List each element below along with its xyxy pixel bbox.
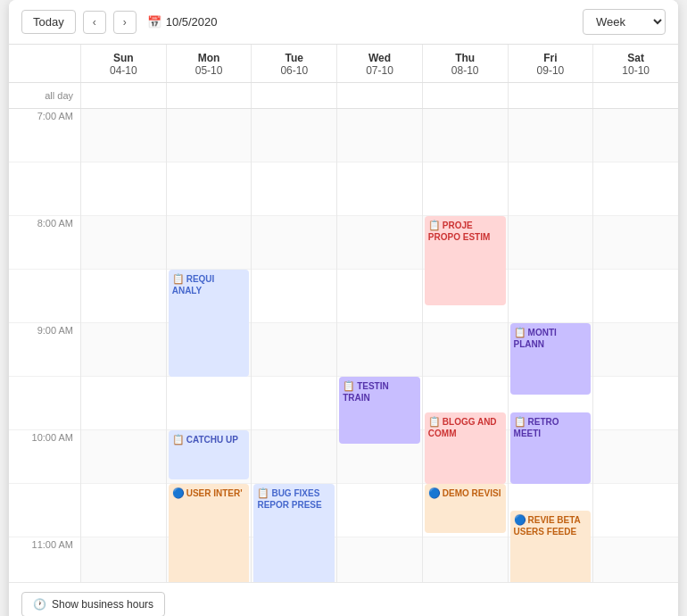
time-label: 8:00 AM	[9, 216, 80, 270]
calendar-container: Today ‹ › 📅 10/5/2020 Week Day Month Sun…	[9, 0, 678, 616]
toolbar: Today ‹ › 📅 10/5/2020 Week Day Month	[9, 0, 678, 45]
event-icon: 📋	[172, 272, 185, 285]
event-icon: 📋	[514, 326, 526, 338]
calendar-event[interactable]: 📋TESTIN TRAIN	[339, 377, 420, 444]
time-slot	[423, 323, 508, 377]
time-slot	[252, 216, 336, 270]
time-slot	[167, 162, 252, 216]
time-slot	[167, 377, 252, 430]
time-slot	[593, 537, 678, 582]
time-slot	[337, 162, 422, 216]
calendar-event[interactable]: 📋BUG FIXES REPOR PRESE	[253, 484, 335, 582]
time-slot	[81, 109, 166, 162]
view-select[interactable]: Week Day Month	[583, 9, 666, 35]
time-slot	[593, 484, 678, 537]
day-col-mon: 📋REQUI ANALY📋CATCHU UP🔵USER INTER'	[166, 109, 252, 582]
header-sun: Sun 04-10	[80, 45, 166, 82]
calendar-event[interactable]: 📋REQUI ANALY	[169, 270, 250, 377]
footer: 🕐 Show business hours	[9, 582, 678, 616]
event-title: DEMO REVISI	[443, 488, 501, 498]
time-label: 11:00 AM	[9, 537, 80, 582]
header-tue: Tue 06-10	[251, 45, 336, 82]
event-icon: 🔵	[428, 487, 441, 499]
time-labels: 7:00 AM8:00 AM9:00 AM10:00 AM11:00 AM12:…	[9, 109, 80, 582]
next-button[interactable]: ›	[113, 11, 137, 34]
time-slot	[593, 377, 678, 430]
calendar-event[interactable]: 📋RETRO MEETI	[510, 412, 592, 484]
header-wed: Wed 07-10	[336, 45, 422, 82]
time-label	[9, 377, 80, 430]
time-label: 7:00 AM	[9, 109, 80, 162]
time-slot	[509, 216, 593, 270]
time-slot	[337, 109, 422, 162]
time-slot	[81, 270, 166, 323]
time-slot	[81, 430, 166, 484]
event-icon: 📋	[428, 219, 441, 231]
allday-wed	[336, 83, 422, 108]
time-slot	[593, 162, 678, 216]
time-label	[9, 270, 80, 323]
day-col-fri: 📋MONTI PLANN📋RETRO MEETI🔵REVIE BETA USER…	[508, 109, 593, 582]
time-slot	[509, 162, 593, 216]
event-icon: 📋	[172, 433, 185, 445]
time-label	[9, 162, 80, 216]
time-slot	[593, 216, 678, 270]
allday-mon	[166, 83, 252, 108]
business-hours-label: Show business hours	[52, 598, 153, 611]
allday-sun	[80, 83, 166, 108]
event-title: USER INTER'	[186, 488, 243, 498]
business-hours-button[interactable]: 🕐 Show business hours	[21, 592, 165, 616]
calendar-event[interactable]: 📋BLOGG AND COMM	[425, 412, 506, 484]
prev-button[interactable]: ‹	[83, 11, 106, 34]
time-slot	[509, 109, 593, 162]
time-slot	[593, 109, 678, 162]
time-slot	[252, 109, 336, 162]
time-slot	[252, 430, 336, 484]
allday-fri	[508, 83, 593, 108]
day-col-tue: 📋BUG FIXES REPOR PRESE	[251, 109, 336, 582]
time-slot	[81, 323, 166, 377]
day-col-thu: 📋PROJE PROPO ESTIM📋BLOGG AND COMM🔵DEMO R…	[422, 109, 508, 582]
day-col-sat	[592, 109, 678, 582]
calendar-event[interactable]: 🔵REVIE BETA USERS FEEDE	[510, 511, 592, 582]
header-time-col	[9, 45, 80, 82]
clock-icon: 🕐	[33, 598, 46, 611]
time-slot	[423, 537, 508, 582]
time-slot	[167, 216, 252, 270]
header-fri: Fri 09-10	[508, 45, 593, 82]
calendar-event[interactable]: 🔵USER INTER'	[169, 484, 250, 582]
time-slot	[593, 270, 678, 323]
time-label: 9:00 AM	[9, 323, 80, 377]
time-slot	[593, 323, 678, 377]
time-slot	[337, 216, 422, 270]
time-grid: 7:00 AM8:00 AM9:00 AM10:00 AM11:00 AM12:…	[9, 109, 678, 582]
today-button[interactable]: Today	[21, 10, 76, 34]
time-slot	[423, 162, 508, 216]
event-icon: 📋	[257, 487, 269, 499]
allday-tue	[251, 83, 336, 108]
time-slot	[337, 323, 422, 377]
calendar-event[interactable]: 🔵DEMO REVISI	[425, 484, 506, 533]
time-slot	[81, 537, 166, 582]
time-label	[9, 484, 80, 537]
calendar-event[interactable]: 📋CATCHU UP	[169, 430, 250, 479]
event-icon: 🔵	[514, 513, 526, 526]
day-col-sun	[80, 109, 166, 582]
day-col-wed: 📋TESTIN TRAIN	[336, 109, 422, 582]
allday-label: all day	[9, 83, 80, 108]
time-slot	[337, 537, 422, 582]
header-mon: Mon 05-10	[166, 45, 252, 82]
event-icon: 🔵	[172, 487, 185, 499]
header-thu: Thu 08-10	[422, 45, 508, 82]
date-display: 📅 10/5/2020	[147, 15, 218, 29]
time-slot	[509, 270, 593, 323]
calendar-grid: Sun 04-10 Mon 05-10 Tue 06-10 Wed 07-10 …	[9, 45, 678, 582]
time-slot	[81, 377, 166, 430]
calendar-event[interactable]: 📋PROJE PROPO ESTIM	[425, 216, 506, 305]
time-slot	[337, 484, 422, 537]
time-slot	[81, 162, 166, 216]
event-icon: 📋	[514, 415, 526, 428]
time-slot	[252, 270, 336, 323]
calendar-event[interactable]: 📋MONTI PLANN	[510, 323, 592, 395]
time-slot	[167, 109, 252, 162]
